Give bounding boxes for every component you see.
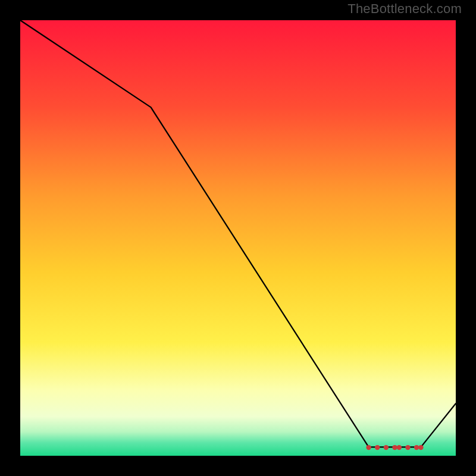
data-marker: [397, 445, 402, 450]
watermark-text: TheBottleneck.com: [347, 1, 462, 17]
data-marker: [414, 445, 419, 450]
data-marker: [366, 445, 371, 450]
data-marker: [418, 445, 423, 450]
chart-plot-area: [20, 20, 456, 456]
chart-svg: [20, 20, 456, 456]
data-marker: [405, 445, 410, 450]
chart-background-gradient: [20, 20, 456, 456]
chart-frame: TheBottleneck.com: [0, 0, 476, 476]
data-marker: [392, 445, 397, 450]
data-marker: [375, 445, 380, 450]
data-marker: [384, 445, 389, 450]
